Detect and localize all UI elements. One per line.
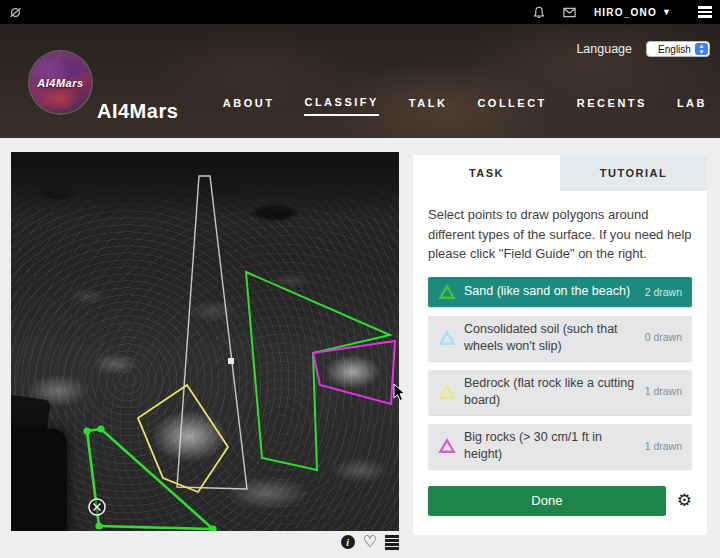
- tool-big-rocks[interactable]: Big rocks (> 30 cm/1 ft in height) 1 dra…: [428, 424, 692, 469]
- nav-about[interactable]: ABOUT: [223, 97, 275, 115]
- tool-drawn-count: 1 drawn: [645, 384, 682, 400]
- big-rocks-polygon[interactable]: [313, 341, 395, 404]
- project-header: AI4Mars AI4Mars Language English ▲▼ ABOU…: [0, 24, 720, 138]
- tool-label: Sand (like sand on the beach): [464, 283, 637, 301]
- mouse-cursor: [393, 383, 406, 402]
- tool-bedrock[interactable]: Bedrock (flat rock like a cutting board)…: [428, 370, 692, 415]
- language-label: Language: [576, 42, 632, 56]
- project-nav: ABOUT CLASSIFY TALK COLLECT RECENTS LAB: [223, 96, 707, 116]
- language-selected-value: English: [655, 44, 694, 55]
- tool-drawn-count: 1 drawn: [645, 440, 682, 452]
- triangle-tool-icon: [438, 330, 456, 346]
- nav-recents[interactable]: RECENTS: [577, 97, 647, 115]
- tool-sand[interactable]: Sand (like sand on the beach) 2 drawn: [428, 277, 692, 307]
- classify-task-panel: TASK TUTORIAL Select points to draw poly…: [413, 155, 707, 535]
- settings-gear-icon[interactable]: ⚙: [677, 492, 692, 509]
- nav-talk[interactable]: TALK: [409, 97, 448, 115]
- project-title: AI4Mars: [97, 100, 178, 123]
- user-menu[interactable]: HIRO_ONO ▼: [594, 7, 672, 18]
- polygon-vertex-handle[interactable]: [83, 427, 90, 434]
- task-instructions: Select points to draw polygons around di…: [428, 205, 692, 264]
- triangle-tool-icon: [438, 384, 456, 400]
- favorite-heart-icon[interactable]: ♡: [363, 535, 377, 549]
- language-select[interactable]: English ▲▼: [646, 41, 710, 57]
- white-polygon[interactable]: [177, 176, 247, 489]
- nav-lab[interactable]: LAB: [677, 97, 707, 115]
- subject-image-viewer[interactable]: [11, 152, 399, 531]
- username-label: HIRO_ONO: [594, 7, 657, 18]
- sand-polygon-right[interactable]: [246, 272, 390, 470]
- polygon-vertex-handle[interactable]: [95, 522, 102, 529]
- sand-polygon-active[interactable]: [87, 429, 213, 529]
- select-stepper-icon: ▲▼: [695, 43, 708, 55]
- nav-classify[interactable]: CLASSIFY: [304, 96, 378, 116]
- tool-label: Big rocks (> 30 cm/1 ft in height): [464, 429, 637, 464]
- drawing-tool-list: Sand (like sand on the beach) 2 drawn Co…: [428, 277, 692, 469]
- nav-collect[interactable]: COLLECT: [477, 97, 546, 115]
- tool-drawn-count: 0 drawn: [645, 330, 682, 346]
- polygon-vertex-handle[interactable]: [97, 425, 104, 432]
- triangle-tool-icon: [438, 438, 456, 454]
- white-polygon-handle[interactable]: [228, 358, 234, 364]
- tool-label: Bedrock (flat rock like a cutting board): [464, 375, 637, 410]
- collections-list-icon[interactable]: [385, 535, 399, 550]
- done-button[interactable]: Done: [428, 486, 666, 516]
- tool-drawn-count: 2 drawn: [645, 286, 682, 298]
- chevron-down-icon: ▼: [662, 7, 672, 17]
- delete-polygon-icon[interactable]: [89, 499, 105, 515]
- tool-label: Consolidated soil (such that wheels won'…: [464, 321, 637, 356]
- zooniverse-logo-icon[interactable]: [8, 5, 23, 20]
- tool-consolidated-soil[interactable]: Consolidated soil (such that wheels won'…: [428, 316, 692, 361]
- notifications-bell-icon[interactable]: [533, 6, 545, 19]
- tab-task[interactable]: TASK: [413, 155, 560, 191]
- messages-envelope-icon[interactable]: [563, 7, 576, 18]
- subject-toolbar: i ♡: [11, 535, 399, 550]
- annotation-overlay[interactable]: [11, 152, 399, 531]
- project-avatar-text: AI4Mars: [37, 77, 83, 89]
- zooniverse-topbar: HIRO_ONO ▼: [0, 0, 720, 24]
- subject-info-icon[interactable]: i: [341, 535, 355, 549]
- hamburger-menu-icon[interactable]: [698, 6, 712, 18]
- tab-tutorial[interactable]: TUTORIAL: [560, 155, 707, 191]
- triangle-tool-icon: [438, 284, 456, 300]
- ai4mars-project-avatar[interactable]: AI4Mars: [30, 52, 91, 113]
